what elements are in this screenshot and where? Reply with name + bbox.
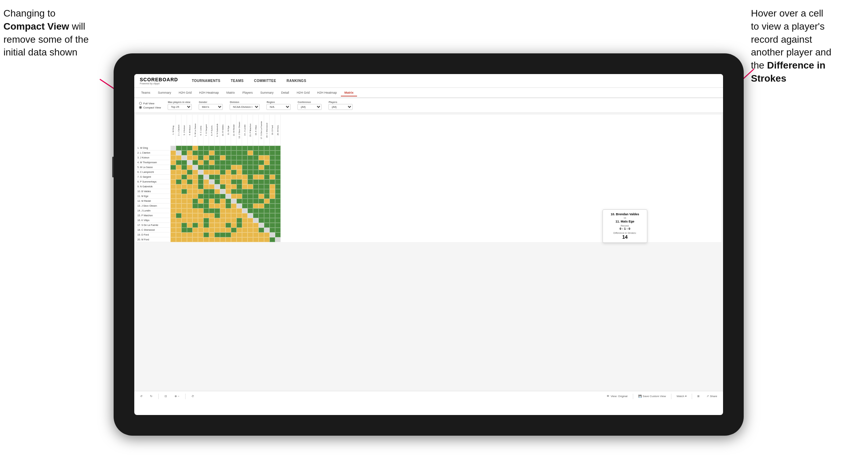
grid-cell[interactable] (176, 194, 181, 199)
grid-cell[interactable] (187, 223, 192, 228)
grid-cell[interactable] (176, 146, 181, 151)
grid-cell[interactable] (170, 155, 176, 160)
grid-cell[interactable] (253, 228, 259, 232)
grid-cell[interactable] (231, 228, 237, 232)
grid-cell[interactable] (209, 228, 215, 232)
grid-cell[interactable] (181, 213, 187, 218)
grid-cell[interactable] (264, 151, 270, 155)
grid-cell[interactable] (253, 194, 259, 199)
grid-cell[interactable] (259, 208, 264, 213)
grid-cell[interactable] (270, 237, 275, 242)
grid-cell[interactable] (275, 170, 281, 175)
grid-cell[interactable] (270, 218, 275, 223)
grid-cell[interactable] (275, 237, 281, 242)
grid-cell[interactable] (215, 232, 220, 237)
grid-cell[interactable] (242, 179, 248, 184)
grid-cell[interactable] (170, 232, 176, 237)
save-custom-btn[interactable]: 💾 Save Custom View (637, 394, 668, 398)
grid-cell[interactable] (192, 146, 198, 151)
grid-cell[interactable] (203, 189, 209, 194)
grid-cell[interactable] (270, 146, 275, 151)
grid-cell[interactable] (170, 179, 176, 184)
grid-cell[interactable] (215, 223, 220, 228)
grid-cell[interactable] (231, 218, 237, 223)
grid-cell[interactable] (259, 160, 264, 165)
grid-cell[interactable] (176, 213, 181, 218)
undo-btn[interactable]: ↺ (138, 394, 144, 398)
grid-cell[interactable] (226, 228, 231, 232)
grid-cell[interactable] (253, 155, 259, 160)
grid-cell[interactable] (259, 170, 264, 175)
grid-cell[interactable] (176, 237, 181, 242)
grid-cell[interactable] (264, 232, 270, 237)
clock-btn[interactable]: ⏱ (190, 394, 196, 398)
tab-h2h-grid2[interactable]: H2H Grid (293, 90, 313, 96)
grid-cell[interactable] (231, 179, 237, 184)
grid-cell[interactable] (203, 223, 209, 228)
grid-cell[interactable] (248, 165, 253, 170)
compact-view-option[interactable]: Compact View (139, 106, 161, 109)
grid-cell[interactable] (275, 151, 281, 155)
grid-cell[interactable] (170, 170, 176, 175)
view-original-btn[interactable]: 👁 View: Original (605, 394, 629, 398)
grid-cell[interactable] (192, 237, 198, 242)
grid-cell[interactable] (231, 160, 237, 165)
grid-cell[interactable] (209, 155, 215, 160)
grid-cell[interactable] (209, 146, 215, 151)
grid-cell[interactable] (203, 237, 209, 242)
grid-cell[interactable] (264, 237, 270, 242)
grid-cell[interactable] (198, 204, 203, 208)
grid-cell[interactable] (176, 204, 181, 208)
grid-cell[interactable] (176, 170, 181, 175)
grid-cell[interactable] (237, 189, 242, 194)
grid-cell[interactable] (187, 179, 192, 184)
grid-cell[interactable] (215, 165, 220, 170)
grid-cell[interactable] (231, 184, 237, 189)
grid-cell[interactable] (259, 146, 264, 151)
grid-cell[interactable] (176, 228, 181, 232)
grid-cell[interactable] (242, 175, 248, 179)
grid-cell[interactable] (215, 208, 220, 213)
grid-cell[interactable] (220, 218, 226, 223)
grid-cell[interactable] (264, 179, 270, 184)
grid-cell[interactable] (242, 151, 248, 155)
grid-cell[interactable] (209, 208, 215, 213)
grid-cell[interactable] (264, 199, 270, 204)
grid-cell[interactable] (253, 175, 259, 179)
grid-cell[interactable] (176, 184, 181, 189)
grid-cell[interactable] (215, 184, 220, 189)
grid-cell[interactable] (237, 208, 242, 213)
grid-cell[interactable] (248, 194, 253, 199)
grid-cell[interactable] (226, 194, 231, 199)
grid-cell[interactable] (237, 232, 242, 237)
grid-cell[interactable] (231, 232, 237, 237)
players-select[interactable]: (All) (328, 104, 353, 110)
grid-cell[interactable] (253, 213, 259, 218)
grid-cell[interactable] (215, 146, 220, 151)
grid-cell[interactable] (253, 204, 259, 208)
grid-cell[interactable] (226, 175, 231, 179)
grid-cell[interactable] (170, 194, 176, 199)
grid-cell[interactable] (170, 228, 176, 232)
grid-cell[interactable] (270, 175, 275, 179)
grid-cell[interactable] (198, 232, 203, 237)
grid-cell[interactable] (187, 184, 192, 189)
grid-cell[interactable] (203, 175, 209, 179)
tab-summary2[interactable]: Summary (257, 90, 277, 96)
grid-cell[interactable] (226, 155, 231, 160)
grid-cell[interactable] (198, 146, 203, 151)
grid-cell[interactable] (187, 237, 192, 242)
grid-cell[interactable] (264, 218, 270, 223)
grid-cell[interactable] (181, 228, 187, 232)
grid-cell[interactable] (209, 160, 215, 165)
grid-cell[interactable] (231, 237, 237, 242)
grid-cell[interactable] (270, 208, 275, 213)
grid-cell[interactable] (209, 175, 215, 179)
grid-cell[interactable] (220, 165, 226, 170)
grid-cell[interactable] (248, 155, 253, 160)
share-btn[interactable]: ↗ Share (705, 394, 719, 398)
grid-cell[interactable] (181, 204, 187, 208)
grid-cell[interactable] (170, 184, 176, 189)
grid-cell[interactable] (253, 237, 259, 242)
grid-cell[interactable] (259, 179, 264, 184)
